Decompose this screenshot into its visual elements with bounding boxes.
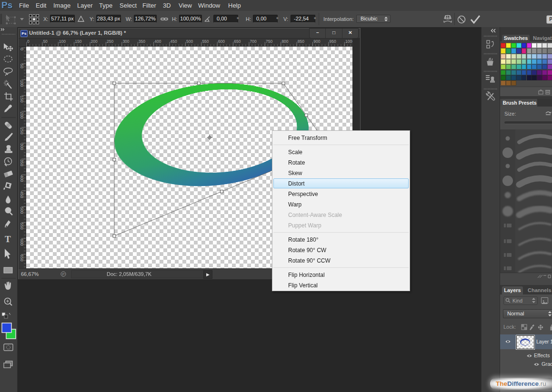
svg-text:T: T — [5, 234, 11, 244]
svg-text:P: P — [62, 272, 65, 276]
